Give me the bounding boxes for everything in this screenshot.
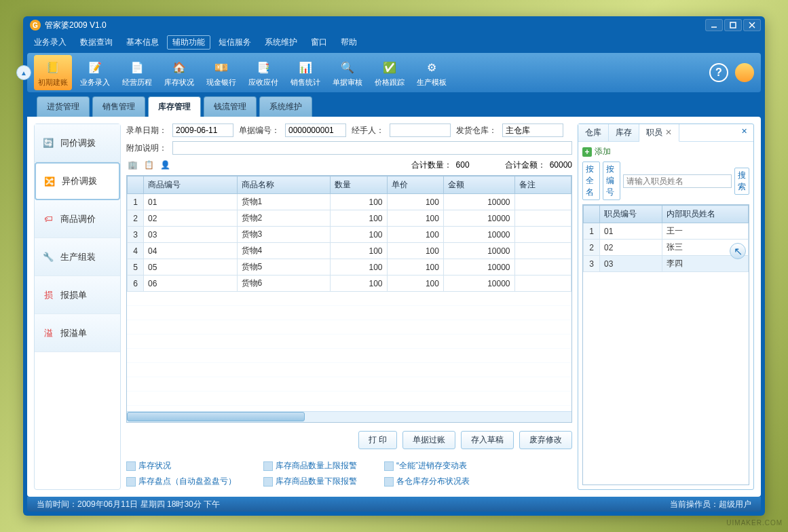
grid-header[interactable]: 备注 <box>514 176 571 194</box>
tab-4[interactable]: 系统维护 <box>259 96 312 117</box>
search-by-code-button[interactable]: 按编号 <box>603 162 620 200</box>
sptab-2[interactable]: 职员✕ <box>639 124 679 142</box>
grid-header[interactable] <box>128 176 144 194</box>
sideitem-2[interactable]: 🏷商品调价 <box>35 200 120 238</box>
person-icon[interactable]: 👤 <box>159 159 171 171</box>
note-input[interactable] <box>172 141 572 155</box>
menu-7[interactable]: 帮助 <box>335 35 362 50</box>
add-link[interactable]: + 添加 <box>582 146 749 157</box>
doc-input[interactable] <box>285 124 346 137</box>
menu-2[interactable]: 基本信息 <box>121 35 164 50</box>
search-by-name-button[interactable]: 按全名 <box>582 162 600 200</box>
toolbtn-7[interactable]: 🔍单据审核 <box>329 55 367 90</box>
sideitem-0[interactable]: 🔄同价调拨 <box>35 124 120 162</box>
sideitem-icon-3: 🔧 <box>41 250 55 264</box>
quicklink[interactable]: “全能”进销存变动表 <box>384 460 470 472</box>
building-icon[interactable]: 🏢 <box>126 159 138 171</box>
close-button[interactable] <box>743 19 761 31</box>
toolbtn-4[interactable]: 💴现金银行 <box>202 55 240 90</box>
sideitem-4[interactable]: 损报损单 <box>35 276 120 314</box>
tab-0[interactable]: 进货管理 <box>37 96 90 117</box>
sptab-0[interactable]: 仓库 <box>578 124 609 141</box>
grid-header[interactable]: 数量 <box>331 176 387 194</box>
menu-0[interactable]: 业务录入 <box>29 35 72 50</box>
list-icon[interactable]: 📋 <box>143 159 155 171</box>
quicklink[interactable]: 库存商品数量上限报警 <box>263 460 357 472</box>
tab-2[interactable]: 库存管理 <box>148 96 201 117</box>
grid-header[interactable]: 金额 <box>443 176 514 194</box>
toolbtn-1[interactable]: 📝业务录入 <box>76 55 114 90</box>
status-user-value: 超级用户 <box>719 499 751 510</box>
search-button[interactable]: 搜索 <box>734 168 749 195</box>
toolbtn-2[interactable]: 📄经营历程 <box>118 55 156 90</box>
search-input[interactable] <box>623 174 732 188</box>
quicklink[interactable]: 库存盘点（自动盘盈盘亏） <box>126 476 236 487</box>
quicklink[interactable]: 库存状况 <box>126 460 236 472</box>
sideitem-1[interactable]: 🔀异价调拨 <box>35 162 120 200</box>
items-grid[interactable]: 商品编号商品名称数量单价金额备注 101货物110010010000202货物2… <box>127 176 571 292</box>
tool-icon-4: 💴 <box>212 58 231 77</box>
sidepanel-close-icon[interactable]: ✕ <box>741 127 751 136</box>
toolbtn-5[interactable]: 📑应收应付 <box>244 55 282 90</box>
menubar: 业务录入数据查询基本信息辅助功能短信服务系统维护窗口帮助 <box>23 34 765 50</box>
doc-label: 单据编号： <box>239 125 280 136</box>
grid-row[interactable]: 606货物610010010000 <box>128 276 571 292</box>
grid-row[interactable]: 404货物410010010000 <box>128 243 571 259</box>
employee-grid[interactable]: 职员编号内部职员姓名 101王一202张三303李四 <box>583 205 749 272</box>
sp-header[interactable]: 内部职员姓名 <box>662 206 749 223</box>
grid-row[interactable]: 303货物310010010000 <box>128 227 571 243</box>
quicklink[interactable]: 各仓库存分布状况表 <box>384 476 470 487</box>
handler-input[interactable] <box>390 124 451 137</box>
grid-hscrollbar[interactable] <box>127 411 571 422</box>
menu-6[interactable]: 窗口 <box>305 35 333 50</box>
plus-icon: + <box>582 147 592 157</box>
sptab-close-icon[interactable]: ✕ <box>665 128 672 137</box>
tool-icon-8: ✅ <box>380 58 399 77</box>
minimize-button[interactable] <box>705 19 723 31</box>
post-button[interactable]: 单据过账 <box>402 431 455 449</box>
tab-3[interactable]: 钱流管理 <box>204 96 257 117</box>
grid-row[interactable]: 202货物210010010000 <box>128 210 571 227</box>
window-title: 管家婆2009 V1.0 <box>45 20 107 31</box>
action-buttons: 打 印 单据过账 存入草稿 废弃修改 <box>126 427 572 453</box>
toolbtn-0[interactable]: 📒初期建账 <box>34 55 72 90</box>
scroll-up-icon[interactable]: ↖ <box>730 243 746 259</box>
quicklink[interactable]: 库存商品数量下限报警 <box>263 476 357 487</box>
toolbar-collapse-icon[interactable]: ▲ <box>16 65 31 80</box>
tab-1[interactable]: 销售管理 <box>92 96 145 117</box>
link-icon <box>126 477 136 487</box>
toolbtn-3[interactable]: 🏠库存状况 <box>160 55 198 90</box>
form-row-2: 附加说明： <box>126 141 572 155</box>
sideitem-5[interactable]: 溢报溢单 <box>35 314 120 352</box>
discard-button[interactable]: 废弃修改 <box>519 431 572 449</box>
toolbtn-8[interactable]: ✅价格跟踪 <box>371 55 409 90</box>
help-icon[interactable]: ? <box>709 63 728 82</box>
grid-row[interactable]: 505货物510010010000 <box>128 259 571 276</box>
menu-1[interactable]: 数据查询 <box>75 35 118 50</box>
grid-header[interactable]: 商品编号 <box>144 176 238 194</box>
sp-row[interactable]: 101王一 <box>584 223 749 240</box>
grid-row[interactable]: 101货物110010010000 <box>128 194 571 210</box>
titlebar[interactable]: G 管家婆2009 V1.0 <box>23 16 765 34</box>
draft-button[interactable]: 存入草稿 <box>461 431 514 449</box>
sp-header[interactable]: 职员编号 <box>600 206 662 223</box>
sp-header[interactable] <box>584 206 600 223</box>
sideitem-3[interactable]: 🔧生产组装 <box>35 238 120 276</box>
sp-row[interactable]: 202张三 <box>584 240 749 256</box>
warehouse-input[interactable] <box>502 124 563 137</box>
menu-5[interactable]: 系统维护 <box>259 35 303 50</box>
link-icon <box>384 461 394 471</box>
grid-container: 商品编号商品名称数量单价金额备注 101货物110010010000202货物2… <box>126 175 572 423</box>
print-button[interactable]: 打 印 <box>358 431 397 449</box>
toolbtn-6[interactable]: 📊销售统计 <box>286 55 324 90</box>
menu-4[interactable]: 短信服务 <box>213 35 257 50</box>
grid-header[interactable]: 商品名称 <box>237 176 331 194</box>
toolbtn-9[interactable]: ⚙生产模板 <box>413 55 451 90</box>
tool-icon-9: ⚙ <box>422 58 441 77</box>
menu-3[interactable]: 辅助功能 <box>167 35 210 50</box>
sptab-1[interactable]: 库存 <box>609 124 639 141</box>
date-input[interactable] <box>172 124 233 137</box>
grid-header[interactable]: 单价 <box>387 176 443 194</box>
maximize-button[interactable] <box>724 19 742 31</box>
sp-row[interactable]: 303李四 <box>584 256 749 272</box>
